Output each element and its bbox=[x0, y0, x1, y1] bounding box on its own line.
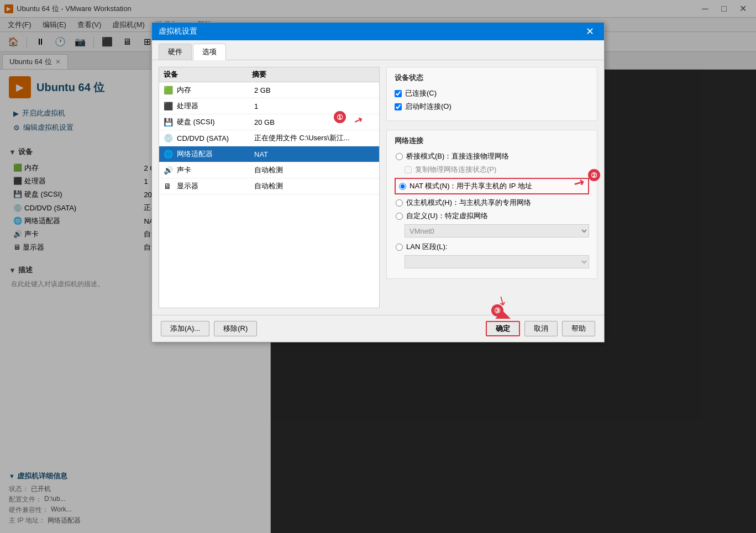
ok-button[interactable]: 确定 bbox=[486, 321, 520, 336]
remove-button[interactable]: 移除(R) bbox=[214, 321, 257, 336]
bridge-radio[interactable] bbox=[396, 153, 403, 160]
device-item-cdrom[interactable]: 💿 CD/DVD (SATA) 正在使用文件 C:\Users\新江... bbox=[159, 130, 379, 146]
connected-row: 已连接(C) bbox=[395, 88, 589, 98]
vmnet-dropdown: VMnet0 bbox=[405, 224, 589, 238]
nic-icon: 🌐 bbox=[164, 150, 175, 159]
cancel-button[interactable]: 取消 bbox=[524, 321, 558, 336]
vmnet-select[interactable]: VMnet0 bbox=[405, 224, 589, 238]
dialog-title-bar: 虚拟机设置 ✕ bbox=[152, 23, 604, 40]
lan-radio[interactable] bbox=[396, 244, 403, 251]
annotation-badge-2: ② bbox=[588, 169, 600, 181]
nat-mode-row: NAT 模式(N)：用于共享主机的 IP 地址 bbox=[395, 178, 589, 194]
network-section: 网络连接 桥接模式(B)：直接连接物理网络 复制物理网络连接状态(P) bbox=[386, 130, 597, 279]
add-button[interactable]: 添加(A)... bbox=[161, 321, 209, 336]
connected-checkbox[interactable] bbox=[395, 90, 402, 97]
sound-icon: 🔊 bbox=[164, 166, 175, 175]
device-list-header: 设备 摘要 bbox=[159, 67, 379, 82]
hostonly-radio[interactable] bbox=[396, 199, 403, 207]
connected-label: 已连接(C) bbox=[405, 88, 437, 98]
annotation-badge-3: ③ bbox=[491, 304, 503, 316]
dialog-tab-hardware[interactable]: 硬件 bbox=[159, 44, 192, 60]
nat-label: NAT 模式(N)：用于共享主机的 IP 地址 bbox=[410, 181, 532, 191]
device-item-memory[interactable]: 🟩 内存 2 GB bbox=[159, 82, 379, 98]
dialog-footer-right: ③ ↘ 确定 取消 帮助 bbox=[486, 321, 595, 336]
dialog-footer-left: 添加(A)... 移除(R) bbox=[161, 321, 257, 336]
bridge-mode-row: 桥接模式(B)：直接连接物理网络 bbox=[395, 151, 589, 161]
device-item-nic[interactable]: 🌐 网络适配器 NAT bbox=[159, 146, 379, 162]
col-device-label: 设备 bbox=[164, 70, 252, 80]
lan-select[interactable] bbox=[405, 255, 589, 268]
network-title: 网络连接 bbox=[395, 136, 589, 146]
hdd-icon: 💾 bbox=[164, 118, 175, 126]
device-status-title: 设备状态 bbox=[395, 73, 589, 83]
cpu-icon: ⬛ bbox=[164, 102, 175, 110]
dialog-footer: 添加(A)... 移除(R) ③ ↘ 确定 取消 帮助 bbox=[152, 315, 604, 342]
replicate-row: 复制物理网络连接状态(P) bbox=[395, 165, 589, 175]
custom-radio[interactable] bbox=[396, 213, 403, 220]
bridge-label: 桥接模式(B)：直接连接物理网络 bbox=[406, 151, 509, 161]
lan-row: LAN 区段(L): bbox=[395, 242, 589, 252]
help-button[interactable]: 帮助 bbox=[562, 321, 595, 336]
settings-panel: 设备状态 已连接(C) 启动时连接(O) 网络连接 bbox=[386, 67, 597, 308]
display-icon: 🖥 bbox=[164, 182, 175, 191]
dialog-body: 设备 摘要 🟩 内存 2 GB ⬛ 处理器 1 💾 bbox=[152, 60, 604, 315]
lan-label: LAN 区段(L): bbox=[406, 242, 447, 252]
device-item-sound[interactable]: 🔊 声卡 自动检测 bbox=[159, 162, 379, 178]
custom-label: 自定义(U)：特定虚拟网络 bbox=[406, 211, 488, 221]
dialog-overlay: 虚拟机设置 ✕ 硬件 选项 设备 摘要 🟩 内存 2 GB bbox=[0, 0, 756, 533]
hostonly-mode-row: 仅主机模式(H)：与主机共享的专用网络 bbox=[395, 198, 589, 208]
connect-on-start-checkbox[interactable] bbox=[395, 103, 402, 110]
device-item-display[interactable]: 🖥 显示器 自动检测 bbox=[159, 178, 379, 194]
replicate-checkbox[interactable] bbox=[405, 166, 412, 173]
nat-radio[interactable] bbox=[399, 183, 406, 190]
dialog-title-text: 虚拟机设置 bbox=[159, 27, 582, 36]
annotation-badge-1: ① bbox=[334, 111, 346, 123]
lan-dropdown bbox=[405, 255, 589, 268]
device-item-cpu[interactable]: ⬛ 处理器 1 bbox=[159, 98, 379, 114]
device-list-panel: 设备 摘要 🟩 内存 2 GB ⬛ 处理器 1 💾 bbox=[159, 67, 380, 308]
memory-icon: 🟩 bbox=[164, 86, 175, 94]
connect-on-start-row: 启动时连接(O) bbox=[395, 102, 589, 112]
col-summary-label: 摘要 bbox=[252, 70, 375, 80]
cdrom-icon: 💿 bbox=[164, 134, 175, 143]
dialog-tab-bar: 硬件 选项 bbox=[152, 40, 604, 60]
hostonly-label: 仅主机模式(H)：与主机共享的专用网络 bbox=[406, 198, 531, 208]
dialog-close-button[interactable]: ✕ bbox=[582, 24, 597, 39]
dialog-tab-options[interactable]: 选项 bbox=[193, 44, 226, 60]
vm-settings-dialog: 虚拟机设置 ✕ 硬件 选项 设备 摘要 🟩 内存 2 GB bbox=[151, 22, 605, 342]
custom-mode-row: 自定义(U)：特定虚拟网络 bbox=[395, 211, 589, 221]
device-item-hdd[interactable]: 💾 硬盘 (SCSI) 20 GB ① ↗ bbox=[159, 114, 379, 130]
replicate-label: 复制物理网络连接状态(P) bbox=[415, 165, 496, 175]
device-status-section: 设备状态 已连接(C) 启动时连接(O) bbox=[386, 67, 597, 121]
connect-on-start-label: 启动时连接(O) bbox=[405, 102, 452, 112]
